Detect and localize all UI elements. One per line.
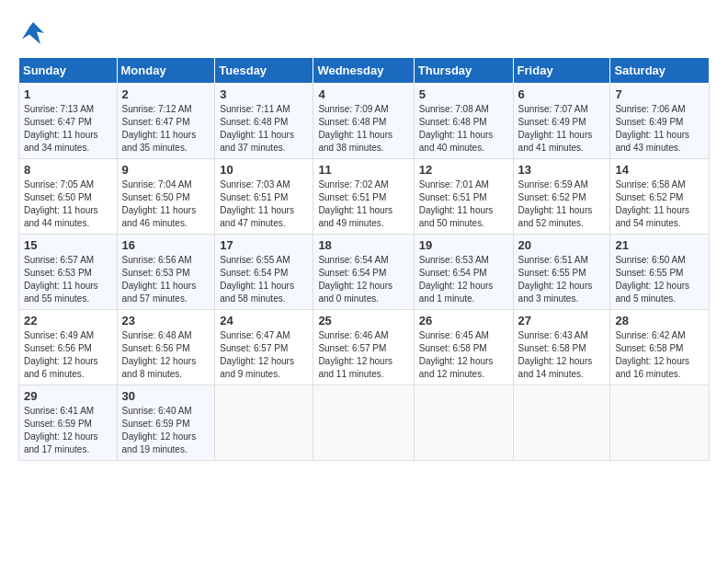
cell-9: 9Sunrise: 7:04 AM Sunset: 6:50 PM Daylig… xyxy=(117,159,215,235)
day-header-row: SundayMondayTuesdayWednesdayThursdayFrid… xyxy=(19,58,710,84)
week-row-3: 22Sunrise: 6:49 AM Sunset: 6:56 PM Dayli… xyxy=(19,310,710,385)
week-row-1: 8Sunrise: 7:05 AM Sunset: 6:50 PM Daylig… xyxy=(19,159,710,235)
cell-27: 27Sunrise: 6:43 AM Sunset: 6:58 PM Dayli… xyxy=(513,310,610,385)
cell-empty xyxy=(610,385,710,461)
logo xyxy=(18,18,51,48)
week-row-4: 29Sunrise: 6:41 AM Sunset: 6:59 PM Dayli… xyxy=(19,385,710,461)
cell-23: 23Sunrise: 6:48 AM Sunset: 6:56 PM Dayli… xyxy=(117,310,215,385)
day-header-wednesday: Wednesday xyxy=(313,58,414,84)
day-header-monday: Monday xyxy=(117,58,215,84)
day-header-friday: Friday xyxy=(513,58,610,84)
week-row-0: 1Sunrise: 7:13 AM Sunset: 6:47 PM Daylig… xyxy=(19,84,710,159)
cell-13: 13Sunrise: 6:59 AM Sunset: 6:52 PM Dayli… xyxy=(513,159,610,235)
cell-7: 7Sunrise: 7:06 AM Sunset: 6:49 PM Daylig… xyxy=(610,84,710,159)
cell-12: 12Sunrise: 7:01 AM Sunset: 6:51 PM Dayli… xyxy=(414,159,513,235)
cell-empty xyxy=(414,385,513,461)
cell-19: 19Sunrise: 6:53 AM Sunset: 6:54 PM Dayli… xyxy=(414,235,513,310)
cell-1: 1Sunrise: 7:13 AM Sunset: 6:47 PM Daylig… xyxy=(19,84,118,159)
cell-3: 3Sunrise: 7:11 AM Sunset: 6:48 PM Daylig… xyxy=(215,84,313,159)
cell-11: 11Sunrise: 7:02 AM Sunset: 6:51 PM Dayli… xyxy=(313,159,414,235)
cell-10: 10Sunrise: 7:03 AM Sunset: 6:51 PM Dayli… xyxy=(215,159,313,235)
cell-28: 28Sunrise: 6:42 AM Sunset: 6:58 PM Dayli… xyxy=(610,310,710,385)
cell-17: 17Sunrise: 6:55 AM Sunset: 6:54 PM Dayli… xyxy=(215,235,313,310)
cell-14: 14Sunrise: 6:58 AM Sunset: 6:52 PM Dayli… xyxy=(610,159,710,235)
cell-empty xyxy=(215,385,313,461)
svg-marker-0 xyxy=(22,22,44,44)
cell-24: 24Sunrise: 6:47 AM Sunset: 6:57 PM Dayli… xyxy=(215,310,313,385)
cell-21: 21Sunrise: 6:50 AM Sunset: 6:55 PM Dayli… xyxy=(610,235,710,310)
cell-29: 29Sunrise: 6:41 AM Sunset: 6:59 PM Dayli… xyxy=(19,385,118,461)
week-row-2: 15Sunrise: 6:57 AM Sunset: 6:53 PM Dayli… xyxy=(19,235,710,310)
cell-26: 26Sunrise: 6:45 AM Sunset: 6:58 PM Dayli… xyxy=(414,310,513,385)
logo-icon xyxy=(18,18,48,48)
day-header-tuesday: Tuesday xyxy=(215,58,313,84)
cell-30: 30Sunrise: 6:40 AM Sunset: 6:59 PM Dayli… xyxy=(117,385,215,461)
cell-empty xyxy=(313,385,414,461)
cell-20: 20Sunrise: 6:51 AM Sunset: 6:55 PM Dayli… xyxy=(513,235,610,310)
cell-22: 22Sunrise: 6:49 AM Sunset: 6:56 PM Dayli… xyxy=(19,310,118,385)
day-header-thursday: Thursday xyxy=(414,58,513,84)
header xyxy=(18,18,710,48)
day-header-sunday: Sunday xyxy=(19,58,118,84)
cell-8: 8Sunrise: 7:05 AM Sunset: 6:50 PM Daylig… xyxy=(19,159,118,235)
cell-25: 25Sunrise: 6:46 AM Sunset: 6:57 PM Dayli… xyxy=(313,310,414,385)
cell-5: 5Sunrise: 7:08 AM Sunset: 6:48 PM Daylig… xyxy=(414,84,513,159)
calendar: SundayMondayTuesdayWednesdayThursdayFrid… xyxy=(18,57,710,461)
cell-empty xyxy=(513,385,610,461)
day-header-saturday: Saturday xyxy=(610,58,710,84)
cell-6: 6Sunrise: 7:07 AM Sunset: 6:49 PM Daylig… xyxy=(513,84,610,159)
cell-18: 18Sunrise: 6:54 AM Sunset: 6:54 PM Dayli… xyxy=(313,235,414,310)
cell-16: 16Sunrise: 6:56 AM Sunset: 6:53 PM Dayli… xyxy=(117,235,215,310)
cell-4: 4Sunrise: 7:09 AM Sunset: 6:48 PM Daylig… xyxy=(313,84,414,159)
cell-15: 15Sunrise: 6:57 AM Sunset: 6:53 PM Dayli… xyxy=(19,235,118,310)
cell-2: 2Sunrise: 7:12 AM Sunset: 6:47 PM Daylig… xyxy=(117,84,215,159)
